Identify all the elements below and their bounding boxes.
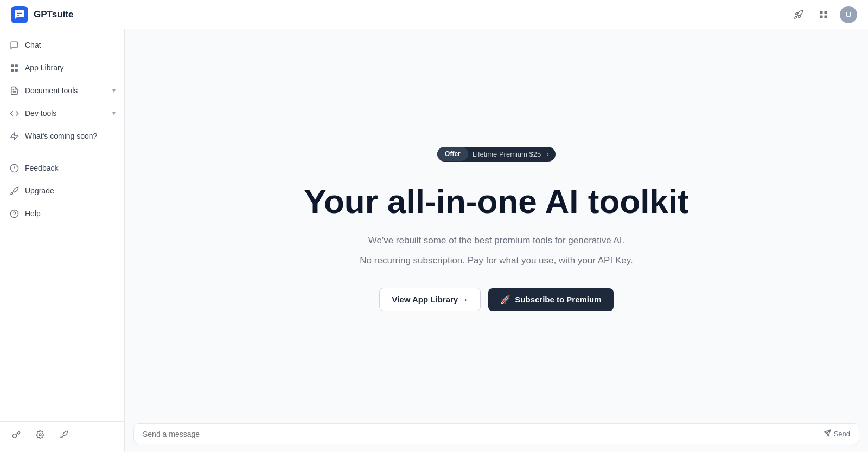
sidebar-item-whats-coming-label: What's coming soon? bbox=[25, 132, 97, 140]
svg-rect-1 bbox=[825, 11, 827, 14]
svg-rect-4 bbox=[11, 64, 14, 67]
svg-rect-7 bbox=[15, 68, 17, 71]
svg-point-16 bbox=[39, 434, 41, 436]
offer-text: Lifetime Premium $25 bbox=[468, 147, 546, 162]
logo-icon bbox=[11, 6, 28, 23]
offer-badge[interactable]: Offer Lifetime Premium $25 › bbox=[437, 147, 556, 162]
sidebar-item-help-label: Help bbox=[25, 209, 41, 218]
sidebar-item-document-tools[interactable]: Document tools ▾ bbox=[0, 79, 124, 102]
help-icon bbox=[9, 208, 20, 219]
sidebar-item-dev-tools[interactable]: Dev tools ▾ bbox=[0, 102, 124, 125]
feedback-icon bbox=[9, 163, 20, 173]
code-icon bbox=[9, 108, 20, 119]
chevron-down-icon: ▾ bbox=[112, 87, 116, 94]
hero-buttons: View App Library → 🚀 Subscribe to Premiu… bbox=[379, 288, 613, 311]
sidebar-item-feedback-label: Feedback bbox=[25, 164, 58, 172]
subscribe-premium-button[interactable]: 🚀 Subscribe to Premium bbox=[488, 288, 613, 311]
chevron-down-icon-2: ▾ bbox=[112, 109, 116, 117]
send-icon bbox=[824, 429, 831, 438]
sidebar-item-dev-tools-label: Dev tools bbox=[25, 109, 56, 118]
content-area: Offer Lifetime Premium $25 › Your all-in… bbox=[125, 29, 868, 418]
hero-title: Your all-in-one AI toolkit bbox=[304, 183, 689, 220]
upgrade-icon bbox=[9, 185, 20, 196]
offer-chevron: › bbox=[546, 150, 556, 158]
layout: Chat App Library Document tools ▾ De bbox=[0, 29, 868, 452]
svg-rect-5 bbox=[15, 64, 17, 67]
topnav-right: U bbox=[790, 6, 857, 23]
chat-input-wrap: Send bbox=[133, 423, 859, 444]
chat-icon bbox=[9, 40, 20, 50]
document-icon bbox=[9, 85, 20, 96]
sidebar-main: Chat App Library Document tools ▾ De bbox=[0, 34, 124, 421]
avatar[interactable]: U bbox=[840, 6, 857, 23]
chat-bar: Send bbox=[125, 418, 868, 452]
send-button[interactable]: Send bbox=[824, 429, 850, 438]
svg-rect-0 bbox=[820, 11, 822, 14]
svg-rect-6 bbox=[11, 68, 14, 71]
sidebar-item-chat[interactable]: Chat bbox=[0, 34, 124, 56]
sidebar-item-document-tools-label: Document tools bbox=[25, 86, 78, 95]
app-title: GPTsuite bbox=[34, 9, 73, 20]
svg-rect-3 bbox=[825, 15, 827, 18]
rocket-icon-nav[interactable] bbox=[790, 6, 807, 23]
sidebar-item-upgrade[interactable]: Upgrade bbox=[0, 179, 124, 202]
grid-icon-sidebar bbox=[9, 62, 20, 73]
sidebar-footer bbox=[0, 421, 124, 448]
main-content: Offer Lifetime Premium $25 › Your all-in… bbox=[125, 29, 868, 452]
bolt-icon bbox=[9, 131, 20, 141]
sidebar: Chat App Library Document tools ▾ De bbox=[0, 29, 125, 452]
rocket-icon-footer[interactable] bbox=[56, 427, 72, 442]
sidebar-divider bbox=[9, 152, 116, 152]
topnav-left: GPTsuite bbox=[11, 6, 73, 23]
rocket-btn-icon: 🚀 bbox=[500, 295, 510, 305]
grid-icon-nav[interactable] bbox=[815, 6, 832, 23]
chat-input[interactable] bbox=[143, 430, 819, 438]
sidebar-item-help[interactable]: Help bbox=[0, 202, 124, 225]
offer-tag: Offer bbox=[437, 147, 468, 161]
hero-subtitle: We've rebuilt some of the best premium t… bbox=[368, 233, 625, 248]
sidebar-item-chat-label: Chat bbox=[25, 41, 41, 49]
key-icon[interactable] bbox=[9, 427, 24, 442]
topnav: GPTsuite U bbox=[0, 0, 868, 29]
sidebar-item-feedback[interactable]: Feedback bbox=[0, 157, 124, 179]
hero-subtitle2: No recurring subscription. Pay for what … bbox=[360, 255, 633, 266]
svg-marker-10 bbox=[11, 132, 18, 140]
svg-rect-2 bbox=[820, 15, 822, 18]
settings-icon[interactable] bbox=[33, 427, 48, 442]
sidebar-item-whats-coming[interactable]: What's coming soon? bbox=[0, 125, 124, 147]
view-app-library-button[interactable]: View App Library → bbox=[379, 288, 481, 311]
sidebar-item-app-library[interactable]: App Library bbox=[0, 56, 124, 79]
sidebar-item-app-library-label: App Library bbox=[25, 63, 64, 72]
sidebar-item-upgrade-label: Upgrade bbox=[25, 186, 54, 195]
